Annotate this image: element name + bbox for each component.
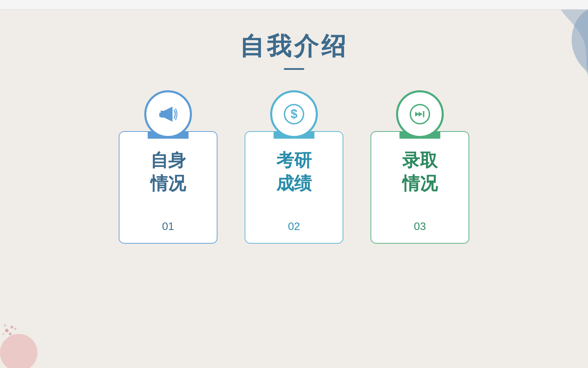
card-2-clipboard: 考研 成绩 02	[245, 131, 343, 244]
card-1-icon-circle	[144, 90, 192, 138]
card-1-wrapper: 自身 情况 01	[119, 90, 217, 244]
svg-point-4	[9, 333, 12, 335]
card-3-clipboard: 录取 情况 03	[371, 131, 469, 244]
svg-point-2	[11, 326, 13, 328]
card-2-number: 02	[288, 220, 300, 233]
card-3-icon-circle	[396, 90, 444, 138]
card-3-number: 03	[414, 220, 426, 233]
card-3-wrapper: 录取 情况 03	[371, 90, 469, 244]
card-1-number: 01	[162, 220, 174, 233]
arrow-icon	[409, 103, 431, 125]
card-1-text: 自身 情况	[150, 149, 186, 195]
deco-blob-bottom-left	[0, 300, 54, 368]
card-2-text: 考研 成绩	[276, 149, 312, 195]
title-section: 自我介绍	[240, 30, 348, 70]
main-content: 自我介绍	[0, 10, 588, 244]
title-underline	[284, 68, 304, 70]
svg-point-3	[4, 324, 6, 326]
svg-point-6	[3, 333, 4, 335]
megaphone-icon	[157, 103, 179, 125]
card-2-icon-circle: $	[270, 90, 318, 138]
card-1-clipboard: 自身 情况 01	[119, 131, 217, 244]
toolbar	[0, 0, 588, 10]
svg-point-5	[14, 328, 16, 330]
page-title: 自我介绍	[240, 30, 348, 63]
svg-text:$: $	[290, 107, 297, 121]
svg-point-1	[5, 329, 9, 332]
svg-rect-12	[423, 111, 424, 117]
cards-container: 自身 情况 01 $ 考研 成绩 02	[119, 90, 469, 244]
card-2-wrapper: $ 考研 成绩 02	[245, 90, 343, 244]
svg-point-0	[0, 334, 37, 368]
svg-rect-8	[159, 113, 164, 117]
card-3-text: 录取 情况	[402, 149, 438, 195]
dollar-icon: $	[283, 103, 305, 125]
